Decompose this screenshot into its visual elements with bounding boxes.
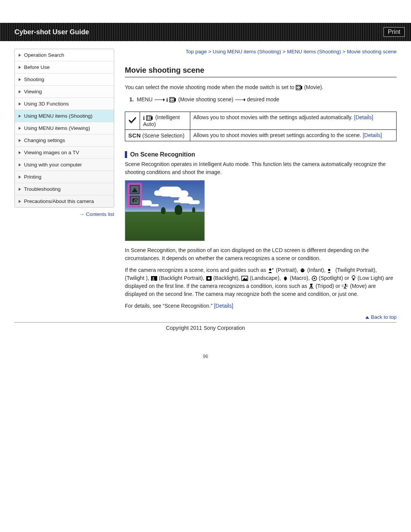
svg-rect-3 xyxy=(299,86,300,87)
svg-point-27 xyxy=(301,270,302,270)
landscape-icon xyxy=(241,276,248,281)
lbl-tripod: (Tripod) or xyxy=(315,283,342,289)
mode-desc-cell: Allows you to shoot movies with the sett… xyxy=(190,112,397,129)
default-check-cell xyxy=(125,112,140,129)
breadcrumb-sep: > xyxy=(341,49,347,54)
nav-list: Operation SearchBefore UseShootingViewin… xyxy=(14,49,114,208)
svg-point-24 xyxy=(269,268,271,271)
sr-icons-para: If the camera recognizes a scene, icons … xyxy=(125,266,397,298)
breadcrumb-item[interactable]: Using MENU items (Shooting) xyxy=(213,49,281,54)
header-title: Cyber-shot User Guide xyxy=(14,28,89,36)
table-row: SCN (Scene Selection) Allows you to shoo… xyxy=(125,129,397,141)
svg-rect-22 xyxy=(149,118,150,120)
sidebar-item[interactable]: Precautions/About this camera xyxy=(15,195,114,207)
macro-icon xyxy=(282,276,288,281)
svg-marker-7 xyxy=(163,98,165,101)
sidebar-item-label: Using with your computer xyxy=(24,162,82,168)
print-button[interactable]: Print xyxy=(383,27,405,37)
sidebar-item[interactable]: Using with your computer xyxy=(15,159,114,171)
sidebar-item-label: Operation Search xyxy=(24,52,64,58)
sidebar-item-label: Viewing xyxy=(24,89,42,94)
tripod-icon xyxy=(130,196,140,205)
lbl-landscape: (Landscape), xyxy=(250,275,282,281)
breadcrumb-item[interactable]: MENU items (Shooting) xyxy=(287,49,341,54)
contents-list-link[interactable]: →Contents list xyxy=(14,211,114,217)
svg-text:): ) xyxy=(347,284,348,287)
contents-list-label[interactable]: Contents list xyxy=(86,211,114,217)
chevron-right-icon xyxy=(19,188,21,191)
sidebar-item-label: Troubleshooting xyxy=(24,186,61,192)
sidebar-item-label: Using MENU items (Viewing) xyxy=(24,125,90,131)
lowlight-icon xyxy=(351,275,356,281)
sidebar-item[interactable]: Before Use xyxy=(15,61,114,73)
section-heading: On Scene Recognition xyxy=(125,151,397,158)
details-link[interactable]: [Details] xyxy=(354,114,373,120)
twilight-icon xyxy=(378,268,384,273)
details-link[interactable]: [Details] xyxy=(214,303,233,309)
svg-rect-21 xyxy=(149,117,150,118)
scene-recognition-image xyxy=(125,180,205,241)
sidebar-item-label: Precautions/About this camera xyxy=(24,198,94,204)
breadcrumb-item[interactable]: Movie shooting scene xyxy=(347,49,397,54)
sidebar-item[interactable]: Printing xyxy=(15,171,114,183)
svg-point-26 xyxy=(301,268,304,272)
lbl-spotlight: (Spotlight) or xyxy=(319,275,351,281)
portrait-icon xyxy=(268,268,274,273)
lbl-backlight: (Backlight), xyxy=(213,275,241,281)
back-to-top-label: Back to top xyxy=(371,314,397,320)
copyright: Copyright 2011 Sony Corporation xyxy=(14,325,397,331)
intro-a: You can select the movie shooting mode w… xyxy=(125,84,296,90)
lbl-infant: (Infant), xyxy=(307,267,327,273)
sidebar-item[interactable]: Using 3D Functions xyxy=(15,98,114,110)
breadcrumb: Top page > Using MENU items (Shooting) >… xyxy=(125,49,397,54)
details-link[interactable]: [Details] xyxy=(363,132,382,138)
chevron-right-icon xyxy=(19,200,21,203)
sidebar-item[interactable]: Operation Search xyxy=(15,49,114,61)
mode-desc: Allows you to shoot movies with preset s… xyxy=(193,132,361,138)
sidebar-item[interactable]: Shooting xyxy=(15,73,114,86)
chevron-right-icon xyxy=(19,151,21,154)
sidebar-item[interactable]: Using MENU items (Shooting) xyxy=(15,110,114,122)
sidebar-item[interactable]: Viewing xyxy=(15,86,114,98)
breadcrumb-item[interactable]: Top page xyxy=(186,49,207,54)
main-content: Top page > Using MENU items (Shooting) >… xyxy=(125,49,397,314)
lbl-twilight: (Twilight ), xyxy=(125,275,151,281)
sidebar-item[interactable]: Troubleshooting xyxy=(15,183,114,195)
chevron-right-icon xyxy=(19,102,21,105)
step-mid: (Movie shooting scene) xyxy=(178,96,233,102)
sidebar-item[interactable]: Using MENU items (Viewing) xyxy=(15,122,114,134)
sidebar-item-label: Before Use xyxy=(24,64,50,70)
lbl-twportrait: (Twilight Portrait), xyxy=(335,267,378,273)
svg-rect-18 xyxy=(147,116,151,120)
svg-rect-10 xyxy=(170,98,172,99)
svg-rect-20 xyxy=(147,118,148,120)
backlight-icon xyxy=(206,276,212,281)
mode-cell: SCN (Scene Selection) xyxy=(125,129,190,141)
chevron-right-icon xyxy=(19,127,21,130)
svg-rect-1 xyxy=(297,86,298,87)
svg-text:((: (( xyxy=(342,284,344,287)
svg-point-38 xyxy=(352,276,355,279)
chevron-right-icon xyxy=(19,163,21,166)
svg-rect-2 xyxy=(297,88,298,89)
backlight-portrait-icon xyxy=(151,276,158,281)
sr-seealso: For details, see “Scene Recognition.” [D… xyxy=(125,302,397,310)
modes-table: i (Intelligent Auto) Allows you to shoot… xyxy=(125,112,397,141)
step-1: 1. MENU i (Movie shooting scene) desired… xyxy=(129,95,397,104)
chevron-right-icon xyxy=(19,54,21,57)
lbl-blportrait: (Backlight Portrait), xyxy=(159,275,206,281)
chevron-right-icon xyxy=(19,90,21,93)
sidebar-item[interactable]: Viewing images on a TV xyxy=(15,147,114,159)
breadcrumb-sep: > xyxy=(207,49,212,54)
intro-b: (Movie). xyxy=(304,84,323,90)
sidebar-item-label: Using 3D Functions xyxy=(24,101,69,107)
step-end: desired mode xyxy=(247,96,279,102)
icons-lead: If the camera recognizes a scene, icons … xyxy=(125,267,268,273)
back-to-top-link[interactable]: Back to top xyxy=(365,314,397,320)
sr-para-1: In Scene Recognition, the position of an… xyxy=(125,246,397,262)
movie-icon xyxy=(296,85,303,90)
sidebar-item[interactable]: Changing settings xyxy=(15,134,114,147)
svg-point-28 xyxy=(303,270,304,270)
chevron-right-icon xyxy=(19,176,21,179)
intro-text: You can select the movie shooting mode w… xyxy=(125,83,397,91)
